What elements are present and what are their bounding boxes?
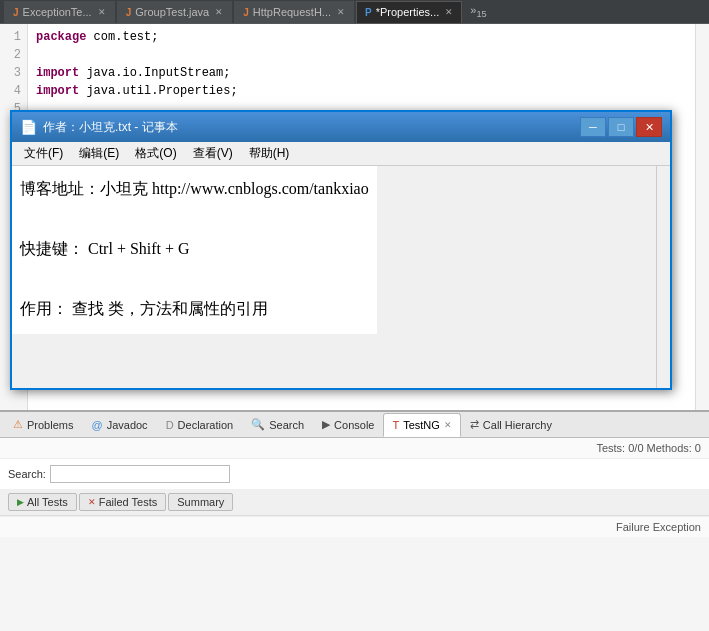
notepad-icon: 📄: [20, 119, 37, 135]
editor-scrollbar[interactable]: [695, 24, 709, 410]
tab-search[interactable]: 🔍 Search: [242, 413, 313, 437]
inner-tab-failed-tests[interactable]: ✕ Failed Tests: [79, 493, 167, 511]
tab-console[interactable]: ▶ Console: [313, 413, 383, 437]
tab-icon-properties: P: [365, 7, 372, 18]
summary-label: Summary: [177, 496, 224, 508]
tab-problems[interactable]: ⚠ Problems: [4, 413, 82, 437]
problems-icon: ⚠: [13, 418, 23, 431]
tab-declaration[interactable]: D Declaration: [157, 413, 243, 437]
notepad-line-1: 博客地址：小坦克 http://www.cnblogs.com/tankxiao: [20, 174, 369, 204]
tab-label-grouptest: GroupTest.java: [135, 6, 209, 18]
menu-view[interactable]: 查看(V): [185, 143, 241, 164]
search-label: Search: [269, 419, 304, 431]
notepad-body: 博客地址：小坦克 http://www.cnblogs.com/tankxiao…: [12, 166, 670, 388]
failure-row: Failure Exception: [0, 516, 709, 537]
line-num-3: 3: [6, 64, 21, 82]
notepad-line-4: [20, 264, 369, 294]
line-num-1: 1: [6, 28, 21, 46]
declaration-label: Declaration: [178, 419, 234, 431]
problems-label: Problems: [27, 419, 73, 431]
failed-tests-label: Failed Tests: [99, 496, 158, 508]
editor-tab-bar: J ExceptionTe... ✕ J GroupTest.java ✕ J …: [0, 0, 709, 24]
notepad-title: 作者：小坦克.txt - 记事本: [43, 119, 580, 136]
console-icon: ▶: [322, 418, 330, 431]
tab-properties[interactable]: P *Properties... ✕: [356, 1, 462, 23]
bottom-panel: ⚠ Problems @ Javadoc D Declaration 🔍 Sea…: [0, 410, 709, 631]
tab-label-exception: ExceptionTe...: [23, 6, 92, 18]
code-line-3: import java.io.InputStream;: [36, 64, 687, 82]
notepad-line-3: 快捷键： Ctrl + Shift + G: [20, 234, 369, 264]
callhierarchy-label: Call Hierarchy: [483, 419, 552, 431]
failed-tests-icon: ✕: [88, 497, 96, 507]
all-tests-icon: ▶: [17, 497, 24, 507]
search-icon: 🔍: [251, 418, 265, 431]
tab-label-httprequest: HttpRequestH...: [253, 6, 331, 18]
tab-overflow[interactable]: »15: [464, 4, 492, 19]
menu-edit[interactable]: 编辑(E): [71, 143, 127, 164]
tab-exception[interactable]: J ExceptionTe... ✕: [4, 1, 115, 23]
console-label: Console: [334, 419, 374, 431]
inner-tab-all-tests[interactable]: ▶ All Tests: [8, 493, 77, 511]
code-line-1: package com.test;: [36, 28, 687, 46]
declaration-icon: D: [166, 419, 174, 431]
tab-icon-exception: J: [13, 7, 19, 18]
notepad-line-5: 作用： 查找 类，方法和属性的引用: [20, 294, 369, 324]
testng-icon: T: [392, 419, 399, 431]
menu-format[interactable]: 格式(O): [127, 143, 184, 164]
failure-label: Failure Exception: [616, 521, 701, 533]
notepad-content[interactable]: 博客地址：小坦克 http://www.cnblogs.com/tankxiao…: [12, 166, 377, 334]
tab-label-properties: *Properties...: [376, 6, 440, 18]
notepad-menubar: 文件(F) 编辑(E) 格式(O) 查看(V) 帮助(H): [12, 142, 670, 166]
tab-callhierarchy[interactable]: ⇄ Call Hierarchy: [461, 413, 561, 437]
notepad-minimize-button[interactable]: ─: [580, 117, 606, 137]
javadoc-label: Javadoc: [107, 419, 148, 431]
notepad-window: 📄 作者：小坦克.txt - 记事本 ─ □ ✕ 文件(F) 编辑(E) 格式(…: [10, 110, 672, 390]
notepad-titlebar[interactable]: 📄 作者：小坦克.txt - 记事本 ─ □ ✕: [12, 112, 670, 142]
notepad-maximize-button[interactable]: □: [608, 117, 634, 137]
tab-icon-httprequest: J: [243, 7, 249, 18]
tab-overflow-count: 15: [476, 9, 486, 19]
notepad-close-button[interactable]: ✕: [636, 117, 662, 137]
code-line-4: import java.util.Properties;: [36, 82, 687, 100]
line-num-4: 4: [6, 82, 21, 100]
tab-httprequest[interactable]: J HttpRequestH... ✕: [234, 1, 354, 23]
tab-close-grouptest[interactable]: ✕: [215, 7, 223, 17]
menu-file[interactable]: 文件(F): [16, 143, 71, 164]
tests-header: Tests: 0/0 Methods: 0: [0, 438, 709, 459]
callhierarchy-icon: ⇄: [470, 418, 479, 431]
all-tests-label: All Tests: [27, 496, 68, 508]
tab-javadoc[interactable]: @ Javadoc: [82, 413, 156, 437]
tab-testng[interactable]: T TestNG ✕: [383, 413, 460, 437]
testng-label: TestNG: [403, 419, 440, 431]
tab-grouptest[interactable]: J GroupTest.java ✕: [117, 1, 233, 23]
bottom-tab-bar: ⚠ Problems @ Javadoc D Declaration 🔍 Sea…: [0, 412, 709, 438]
tab-close-exception[interactable]: ✕: [98, 7, 106, 17]
notepad-line-2: [20, 204, 369, 234]
notepad-scrollbar[interactable]: [656, 166, 670, 388]
search-input[interactable]: [50, 465, 230, 483]
search-row: Search:: [0, 459, 709, 489]
testng-close[interactable]: ✕: [444, 420, 452, 430]
inner-tab-summary[interactable]: Summary: [168, 493, 233, 511]
code-line-2: [36, 46, 687, 64]
inner-tab-bar: ▶ All Tests ✕ Failed Tests Summary: [0, 489, 709, 516]
tab-close-httprequest[interactable]: ✕: [337, 7, 345, 17]
javadoc-icon: @: [91, 419, 102, 431]
menu-help[interactable]: 帮助(H): [241, 143, 298, 164]
tab-icon-grouptest: J: [126, 7, 132, 18]
tab-close-properties[interactable]: ✕: [445, 7, 453, 17]
tests-count: Tests: 0/0 Methods: 0: [596, 442, 701, 454]
search-label: Search:: [8, 468, 46, 480]
notepad-titlebar-buttons: ─ □ ✕: [580, 117, 662, 137]
line-num-2: 2: [6, 46, 21, 64]
